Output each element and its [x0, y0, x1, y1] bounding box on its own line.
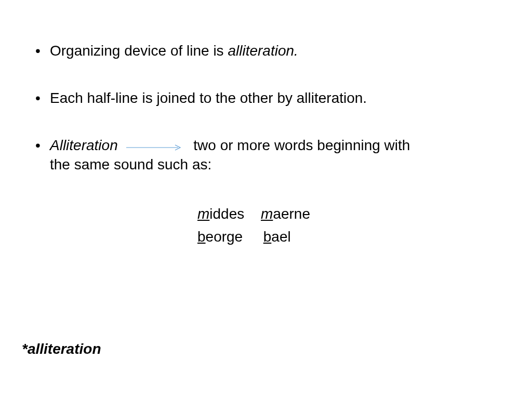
- bullet-list: Organizing device of line is alliteratio…: [31, 42, 501, 174]
- bullet-2-text: Each half-line is joined to the other by…: [50, 90, 367, 106]
- bullet-3-def-a: two or more words beginning with: [193, 137, 410, 153]
- ex2-w2-r: ael: [271, 229, 290, 245]
- ex2-w2-u: b: [263, 229, 272, 245]
- bullet-1-text: Organizing device of line is: [50, 43, 228, 59]
- ex2-w1-u: b: [197, 229, 206, 245]
- bullet-1-italic: alliteration.: [228, 43, 298, 59]
- footnote: *alliteration: [22, 341, 101, 357]
- slide: Organizing device of line is alliteratio…: [0, 0, 532, 399]
- bullet-3-def-b: the same sound such as:: [50, 156, 211, 172]
- ex1-w2-u: m: [261, 206, 273, 222]
- arrow-icon: [126, 137, 183, 155]
- ex2-w1-r: eorge: [206, 229, 243, 245]
- examples-block: middes maerne beorge bael: [197, 203, 501, 248]
- ex1-w1-r: iddes: [209, 206, 244, 222]
- bullet-item-1: Organizing device of line is alliteratio…: [31, 42, 501, 60]
- ex1-w2-r: aerne: [273, 206, 310, 222]
- example-row-2: beorge bael: [197, 225, 501, 248]
- bullet-item-3: Alliteration two or more words beginning…: [31, 136, 501, 174]
- bullet-3-term: Alliteration: [50, 137, 118, 153]
- ex1-w1-u: m: [197, 206, 209, 222]
- bullet-item-2: Each half-line is joined to the other by…: [31, 89, 501, 107]
- example-row-1: middes maerne: [197, 203, 501, 225]
